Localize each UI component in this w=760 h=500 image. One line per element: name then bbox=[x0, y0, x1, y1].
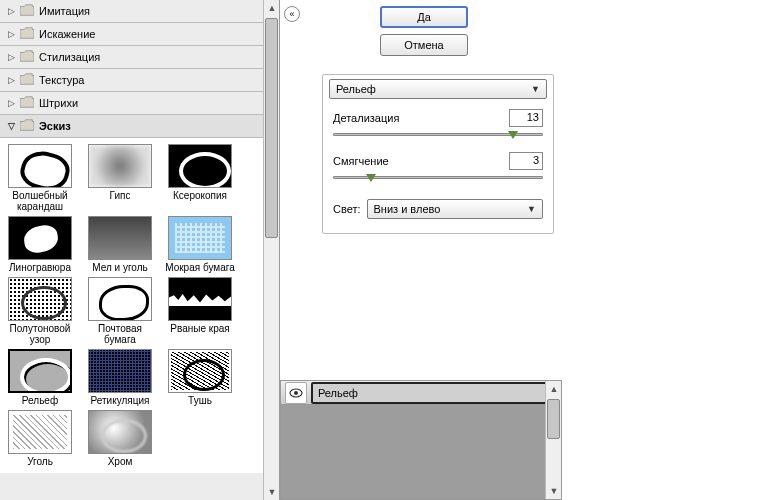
folder-label: Имитация bbox=[39, 5, 90, 17]
chevron-down-icon: ▼ bbox=[531, 84, 540, 94]
folder-row[interactable]: ▷Искажение bbox=[0, 23, 279, 46]
thumbnail-label: Почтовая бумага bbox=[84, 323, 156, 345]
folder-icon bbox=[20, 50, 39, 64]
filter-thumbnail[interactable]: Ретикуляция bbox=[84, 349, 156, 406]
detail-label: Детализация bbox=[333, 112, 399, 124]
thumbnail-label: Гипс bbox=[110, 190, 131, 201]
light-select-value: Вниз и влево bbox=[374, 203, 441, 215]
thumbnail-preview bbox=[88, 144, 152, 188]
folder-label: Стилизация bbox=[39, 51, 100, 63]
layer-visibility-toggle[interactable] bbox=[285, 382, 307, 404]
thumbnail-preview bbox=[168, 216, 232, 260]
triangle-right-icon: ▷ bbox=[6, 29, 16, 39]
categories-scrollbar-thumb[interactable] bbox=[265, 18, 278, 238]
triangle-right-icon: ▷ bbox=[6, 75, 16, 85]
filter-thumbnail[interactable]: Тушь bbox=[164, 349, 236, 406]
filter-thumbnail[interactable]: Мел и уголь bbox=[84, 216, 156, 273]
folder-label: Эскиз bbox=[39, 120, 71, 132]
thumbnail-preview bbox=[168, 277, 232, 321]
thumbnail-preview bbox=[168, 349, 232, 393]
thumbnail-label: Уголь bbox=[27, 456, 53, 467]
thumbnail-label: Мел и уголь bbox=[92, 262, 147, 273]
folder-icon bbox=[20, 27, 39, 41]
thumbnail-preview bbox=[8, 277, 72, 321]
layers-body bbox=[281, 405, 561, 499]
thumbnail-label: Ксерокопия bbox=[173, 190, 227, 201]
triangle-right-icon: ▷ bbox=[6, 6, 16, 16]
collapse-panel-button[interactable]: « bbox=[284, 6, 300, 22]
thumbnail-preview bbox=[8, 349, 72, 393]
filter-settings-panel: « Да Отмена Рельеф ▼ Детализация 13 bbox=[280, 0, 760, 500]
folder-label: Искажение bbox=[39, 28, 95, 40]
filter-select-value: Рельеф bbox=[336, 83, 376, 95]
light-label: Свет: bbox=[333, 203, 361, 215]
thumbnail-preview bbox=[88, 410, 152, 454]
detail-value-input[interactable]: 13 bbox=[509, 109, 543, 127]
folder-row[interactable]: ▽Эскиз bbox=[0, 115, 279, 138]
folder-row[interactable]: ▷Текстура bbox=[0, 69, 279, 92]
folder-icon bbox=[20, 119, 39, 133]
filter-thumbnail[interactable]: Линогравюра bbox=[4, 216, 76, 273]
thumbnail-preview bbox=[8, 144, 72, 188]
eye-icon bbox=[289, 388, 303, 398]
filter-thumbnail[interactable]: Гипс bbox=[84, 144, 156, 212]
smooth-slider-thumb[interactable] bbox=[366, 174, 376, 182]
scroll-up-icon[interactable]: ▲ bbox=[264, 0, 280, 16]
folder-icon bbox=[20, 96, 39, 110]
thumbnail-preview bbox=[168, 144, 232, 188]
folder-row[interactable]: ▷Стилизация bbox=[0, 46, 279, 69]
detail-slider-thumb[interactable] bbox=[508, 131, 518, 139]
filter-thumbnail[interactable]: Уголь bbox=[4, 410, 76, 467]
folder-label: Текстура bbox=[39, 74, 84, 86]
filter-thumbnail[interactable]: Почтовая бумага bbox=[84, 277, 156, 345]
layer-name[interactable]: Рельеф bbox=[311, 382, 557, 404]
filter-options-group: Рельеф ▼ Детализация 13 Смягчение 3 bbox=[322, 74, 554, 234]
filter-thumbnail[interactable]: Хром bbox=[84, 410, 156, 467]
thumbnail-label: Рельеф bbox=[22, 395, 58, 406]
thumbnail-label: Рваные края bbox=[170, 323, 229, 334]
filter-select[interactable]: Рельеф ▼ bbox=[329, 79, 547, 99]
thumbnail-label: Полутоновой узор bbox=[4, 323, 76, 345]
layers-scrollbar-thumb[interactable] bbox=[547, 399, 560, 439]
filter-thumbnail-grid: Волшебный карандашГипсКсерокопияЛинограв… bbox=[0, 138, 279, 473]
smooth-value-input[interactable]: 3 bbox=[509, 152, 543, 170]
triangle-right-icon: ▷ bbox=[6, 52, 16, 62]
folder-icon bbox=[20, 73, 39, 87]
scroll-down-icon[interactable]: ▼ bbox=[546, 483, 562, 499]
filter-thumbnail[interactable]: Полутоновой узор bbox=[4, 277, 76, 345]
filter-thumbnail[interactable]: Рельеф bbox=[4, 349, 76, 406]
light-direction-select[interactable]: Вниз и влево ▼ bbox=[367, 199, 543, 219]
thumbnail-label: Линогравюра bbox=[9, 262, 71, 273]
filter-thumbnail[interactable]: Волшебный карандаш bbox=[4, 144, 76, 212]
folder-row[interactable]: ▷Имитация bbox=[0, 0, 279, 23]
cancel-button[interactable]: Отмена bbox=[380, 34, 468, 56]
layers-scrollbar[interactable]: ▲ ▼ bbox=[545, 381, 561, 499]
categories-scrollbar[interactable]: ▲▼ bbox=[263, 0, 279, 500]
smooth-slider-row: Смягчение 3 bbox=[323, 146, 553, 189]
detail-slider-row: Детализация 13 bbox=[323, 103, 553, 146]
triangle-down-icon: ▽ bbox=[6, 121, 16, 131]
filter-thumbnail[interactable]: Рваные края bbox=[164, 277, 236, 345]
thumbnail-label: Ретикуляция bbox=[91, 395, 150, 406]
detail-slider[interactable] bbox=[333, 133, 543, 136]
filter-thumbnail[interactable]: Мокрая бумага bbox=[164, 216, 236, 273]
thumbnail-preview bbox=[8, 216, 72, 260]
scroll-down-icon[interactable]: ▼ bbox=[264, 484, 280, 500]
scroll-up-icon[interactable]: ▲ bbox=[546, 381, 562, 397]
filter-layers-panel: Рельеф ▲ ▼ bbox=[280, 380, 562, 500]
svg-point-1 bbox=[294, 391, 298, 395]
folder-icon bbox=[20, 4, 39, 18]
thumbnail-preview bbox=[88, 277, 152, 321]
filter-thumbnail[interactable]: Ксерокопия bbox=[164, 144, 236, 212]
folder-row[interactable]: ▷Штрихи bbox=[0, 92, 279, 115]
thumbnail-preview bbox=[8, 410, 72, 454]
thumbnail-preview bbox=[88, 216, 152, 260]
ok-button[interactable]: Да bbox=[380, 6, 468, 28]
thumbnail-label: Тушь bbox=[188, 395, 212, 406]
thumbnail-label: Мокрая бумага bbox=[165, 262, 235, 273]
thumbnail-label: Волшебный карандаш bbox=[4, 190, 76, 212]
light-direction-row: Свет: Вниз и влево ▼ bbox=[323, 189, 553, 233]
folder-label: Штрихи bbox=[39, 97, 78, 109]
smooth-slider[interactable] bbox=[333, 176, 543, 179]
thumbnail-preview bbox=[88, 349, 152, 393]
